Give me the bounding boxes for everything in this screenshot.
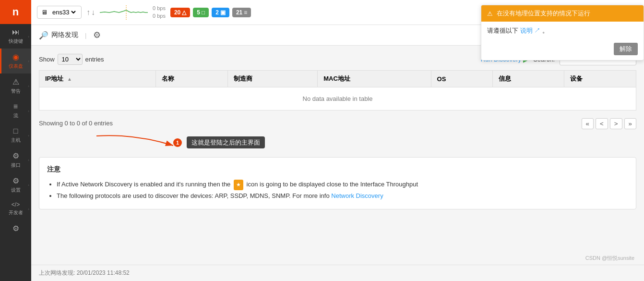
col-manufacturer[interactable]: 制造商 [227,71,318,87]
alerts-icon: ⚠ [12,77,19,86]
chevron-icon: › [28,207,29,211]
annotation-text: 这就是登陆之后的主界面 [187,136,265,148]
sidebar-item-developer[interactable]: </> 开发者 › [0,197,31,220]
chevron-icon: › [28,84,29,88]
no-data-row: No data available in table [39,87,636,110]
last-discovery-text: 上次网络发现: 20/01/2023 11:48:52 [39,269,130,276]
last-page-button[interactable]: » [624,118,636,129]
dashboard-icon: ◉ [12,52,19,61]
sidebar-item-dashboard[interactable]: ◉ 仪表盘 › [0,49,31,73]
col-mac[interactable]: MAC地址 [318,71,431,87]
other-icon: ≡ [244,9,247,16]
chevron-icon: › [28,34,29,38]
sidebar: n ⏭ 快捷键 › ◉ 仪表盘 › ⚠ 警告 › ≡ 流 › □ 主机 › ⚙ … [0,0,31,281]
note-item-1-text-before: If Active Network Discovery is enabled a… [57,181,230,188]
traffic-graph [100,5,148,20]
note-list: If Active Network Discovery is enabled a… [47,179,628,201]
warning-icon: ⚠ [487,10,493,17]
note-icon: ★ [234,180,243,190]
chevron-icon: › [28,59,29,63]
sidebar-item-label: 仪表盘 [9,63,23,70]
tooltip-link[interactable]: 说明 ↗ [520,27,542,34]
next-page-button[interactable]: > [610,118,622,129]
pagination: « < > » [582,118,636,129]
note-box: 注意 If Active Network Discovery is enable… [39,157,636,209]
tooltip-header: ⚠ 在没有地理位置支持的情况下运行 [481,5,644,22]
chevron-icon: › [28,109,29,113]
sidebar-item-label: 接口 [11,162,21,169]
flows-count: 2 [215,9,219,16]
data-table: IP地址 ▲ 名称 制造商 MAC地址 OS [39,70,636,110]
filter-icon[interactable]: ⚙ [93,30,101,40]
show-entries-control: Show 10 25 50 100 entries [39,54,104,65]
traffic-bps: 0 bps 0 bps [153,5,166,20]
arrow-down-icon: ↓ [91,8,95,17]
sidebar-item-alerts[interactable]: ⚠ 警告 › [0,73,31,98]
sidebar-item-interfaces[interactable]: ⚙ 接口 › [0,147,31,172]
sidebar-item-label: 警告 [11,88,21,95]
main-area: 🖥 ens33 ↑ ↓ 0 bps 0 bps 20 △ 5 [31,0,644,281]
footer-bar: 上次网络发现: 20/01/2023 11:48:52 [31,265,644,281]
annotation-bubble: 1 这就是登陆之后的主界面 [173,138,265,147]
sidebar-item-shortcuts[interactable]: ⏭ 快捷键 › [0,24,31,49]
sort-icon: ▲ [67,76,73,82]
chevron-icon: › [28,183,29,187]
hosts-badge[interactable]: 5 □ [193,8,209,17]
tooltip-body-prefix: 请遵循以下 [487,27,518,34]
developer-icon: </> [12,201,20,208]
col-device[interactable]: 设备 [564,71,636,87]
col-name[interactable]: 名称 [156,71,228,87]
traffic-arrows: ↑ ↓ [86,8,95,17]
col-ip[interactable]: IP地址 ▲ [39,71,156,87]
chevron-icon: › [28,133,29,137]
sidebar-item-more[interactable]: ⚙ [0,220,31,237]
entries-select[interactable]: 10 25 50 100 [58,54,83,65]
sidebar-item-label: 流 [13,112,18,119]
show-label: Show [39,56,55,63]
sidebar-item-label: 设置 [11,187,21,194]
note-item-2-text-before: The following protocols are used to disc… [57,192,330,199]
upload-bps: 0 bps [153,5,166,12]
hosts-icon: □ [202,9,205,16]
col-info[interactable]: 信息 [492,71,564,87]
page-title-text: 网络发现 [51,31,78,39]
page-title: 🔎 网络发现 [39,31,78,40]
note-item-1-text-after: icon is going to be displayed close to t… [247,181,418,188]
flows-badge[interactable]: 2 ▣ [212,8,229,17]
tooltip-body-suffix: 。 [542,27,549,34]
topbar: 🖥 ens33 ↑ ↓ 0 bps 0 bps 20 △ 5 [31,0,644,25]
interfaces-icon: ⚙ [12,151,19,160]
tooltip-footer: 解除 [481,40,644,60]
sidebar-item-flow[interactable]: ≡ 流 › [0,98,31,123]
sidebar-item-label: 主机 [11,137,21,144]
chevron-icon: › [28,158,29,162]
logo: n [0,0,31,24]
alert-badge[interactable]: 20 △ [170,8,190,17]
annotation-number: 1 [173,138,182,147]
alert-count: 20 [174,9,180,16]
sidebar-item-settings[interactable]: ⚙ 设置 › [0,172,31,197]
flows-icon: ▣ [220,9,226,16]
no-data-cell: No data available in table [39,87,636,110]
interface-icon: 🖥 [41,9,48,16]
sidebar-item-label: 快捷键 [9,38,23,45]
tooltip-title: 在没有地理位置支持的情况下运行 [497,9,590,18]
showing-info: Showing 0 to 0 of 0 entries [39,120,113,127]
settings-icon: ⚙ [12,176,19,185]
dismiss-button[interactable]: 解除 [614,43,638,55]
other-count: 21 [236,9,242,16]
prev-page-button[interactable]: < [596,118,608,129]
sidebar-item-hosts[interactable]: □ 主机 › [0,123,31,147]
network-discovery-link[interactable]: Network Discovery [331,192,383,199]
note-title: 注意 [47,165,628,174]
col-os[interactable]: OS [431,71,492,87]
interface-dropdown[interactable]: ens33 [50,8,77,16]
interface-selector[interactable]: 🖥 ens33 [37,6,82,19]
note-item-2: The following protocols are used to disc… [57,190,628,201]
entries-label: entries [85,56,104,63]
first-page-button[interactable]: « [582,118,594,129]
header-divider: | [85,32,86,39]
more-icon: ⚙ [12,224,19,233]
arrow-up-icon: ↑ [86,8,90,17]
other-badge[interactable]: 21 ≡ [232,8,251,17]
